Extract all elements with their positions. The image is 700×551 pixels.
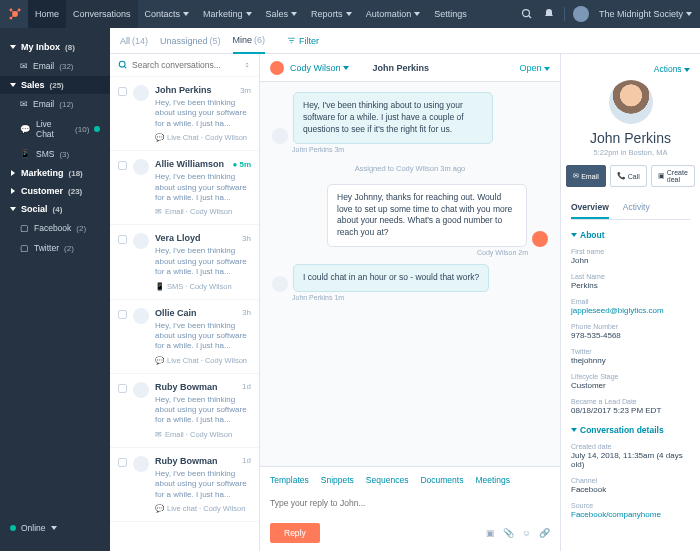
emoji-icon[interactable]: ☺ [522, 528, 531, 538]
system-message: Assigned to Cody Wilson 3m ago [272, 164, 548, 173]
chat-icon: 💬 [155, 356, 164, 365]
conversation-item[interactable]: Vera Lloyd3h Hey, I've been thinking abo… [110, 225, 259, 299]
conv-time: ● 5m [232, 160, 251, 169]
select-checkbox[interactable] [118, 87, 127, 96]
conv-source: ✉Email · Cody Wilson [155, 430, 251, 439]
select-checkbox[interactable] [118, 458, 127, 467]
online-status[interactable]: Online [0, 515, 110, 541]
assignee-dropdown[interactable]: Cody Wilson [290, 63, 349, 73]
nav-home[interactable]: Home [28, 0, 66, 28]
svg-point-12 [119, 61, 125, 67]
select-checkbox[interactable] [118, 310, 127, 319]
sidebar-sales[interactable]: Sales(25) [0, 76, 110, 94]
sidebar-sales-sms[interactable]: 📱SMS(3) [0, 144, 110, 164]
tab-unassigned[interactable]: Unassigned(5) [160, 28, 221, 54]
conversation-item[interactable]: John Perkins3m Hey, I've been thinking a… [110, 77, 259, 151]
message-bubble: Hey, I've been thinking about to using y… [293, 92, 493, 144]
conv-time: 1d [242, 456, 251, 465]
detail-contact-name: John Perkins [571, 130, 690, 146]
sort-icon[interactable] [243, 61, 251, 69]
conversation-item[interactable]: Allie Williamson● 5m Hey, I've been thin… [110, 151, 259, 225]
search-conversations[interactable] [110, 54, 259, 77]
conversation-list: John Perkins3m Hey, I've been thinking a… [110, 54, 260, 551]
actions-dropdown[interactable]: Actions [654, 64, 690, 74]
link-icon[interactable]: 🔗 [539, 528, 550, 538]
message-meta: John Perkins 1m [292, 294, 548, 301]
account-switcher[interactable]: The Midnight Society [597, 0, 692, 28]
call-button[interactable]: 📞 Call [610, 165, 647, 187]
sidebar-social-fb[interactable]: ▢Facebook(2) [0, 218, 110, 238]
status-dropdown[interactable]: Open [519, 63, 550, 73]
conv-details-toggle[interactable]: Conversation details [571, 425, 690, 435]
nav-settings[interactable]: Settings [427, 0, 474, 28]
sidebar-customer[interactable]: Customer(23) [0, 182, 110, 200]
sidebar-social-tw[interactable]: ▢Twitter(2) [0, 238, 110, 258]
create-deal-button[interactable]: ▣ Create deal [651, 165, 695, 187]
select-checkbox[interactable] [118, 384, 127, 393]
conv-source: 💬Live Chat · Cody Wilson [155, 133, 251, 142]
reply-snippets[interactable]: Snippets [321, 475, 354, 485]
conv-time: 3h [242, 308, 251, 317]
search-input[interactable] [132, 60, 239, 70]
reply-button[interactable]: Reply [270, 523, 320, 543]
conv-snippet: Hey, I've been thinking about using your… [155, 98, 251, 129]
conv-name: Vera Lloyd [155, 233, 201, 243]
email-button[interactable]: ✉ Email [566, 165, 606, 187]
message-bubble: I could chat in an hour or so - would th… [293, 264, 489, 292]
detail-tab-overview[interactable]: Overview [571, 197, 609, 219]
conv-name: John Perkins [155, 85, 212, 95]
insert-image-icon[interactable]: ▣ [486, 528, 495, 538]
filter-button[interactable]: Filter [287, 36, 319, 46]
search-icon[interactable] [520, 7, 534, 21]
conv-name: Ollie Cain [155, 308, 197, 318]
conv-time: 3m [240, 86, 251, 95]
conv-snippet: Hey, I've been thinking about using your… [155, 469, 251, 500]
nav-sales[interactable]: Sales [259, 0, 305, 28]
nav-conversations[interactable]: Conversations [66, 0, 138, 28]
user-avatar[interactable] [573, 6, 589, 22]
top-nav: Home Conversations Contacts Marketing Sa… [0, 0, 700, 28]
reply-sequences[interactable]: Sequences [366, 475, 409, 485]
nav-contacts[interactable]: Contacts [138, 0, 197, 28]
tab-mine[interactable]: Mine(6) [233, 28, 266, 54]
detail-panel: Actions John Perkins 5:22pm in Boston, M… [560, 54, 700, 551]
reply-templates[interactable]: Templates [270, 475, 309, 485]
sidebar-sales-email[interactable]: ✉Email(12) [0, 94, 110, 114]
nav-marketing[interactable]: Marketing [196, 0, 259, 28]
nav-reports[interactable]: Reports [304, 0, 359, 28]
conv-name: Ruby Bowman [155, 382, 218, 392]
attach-icon[interactable]: 📎 [503, 528, 514, 538]
email-icon: ✉ [155, 430, 162, 439]
select-checkbox[interactable] [118, 235, 127, 244]
sidebar-inbox-email[interactable]: ✉Email(32) [0, 56, 110, 76]
chat-icon: 💬 [155, 504, 164, 513]
contact-avatar [133, 233, 149, 249]
sidebar-marketing[interactable]: Marketing(18) [0, 164, 110, 182]
tab-all[interactable]: All(14) [120, 28, 148, 54]
about-section-toggle[interactable]: About [571, 230, 690, 240]
reply-box: Templates Snippets Sequences Documents M… [260, 466, 560, 551]
conv-time: 3h [242, 234, 251, 243]
message-list: Hey, I've been thinking about to using y… [260, 82, 560, 466]
conv-snippet: Hey, I've been thinking about using your… [155, 172, 251, 203]
hubspot-logo [8, 7, 22, 21]
detail-tab-activity[interactable]: Activity [623, 197, 650, 219]
nav-automation[interactable]: Automation [359, 0, 428, 28]
reply-meetings[interactable]: Meetings [475, 475, 510, 485]
reply-input[interactable] [270, 491, 550, 515]
thread-panel: Cody Wilson John Perkins Open Hey, I've … [260, 54, 560, 551]
sidebar-inbox[interactable]: My Inbox(8) [0, 38, 110, 56]
sender-avatar [532, 231, 548, 247]
reply-documents[interactable]: Documents [420, 475, 463, 485]
conversation-item[interactable]: Ollie Cain3h Hey, I've been thinking abo… [110, 300, 259, 374]
sidebar-sales-chat[interactable]: 💬Live Chat(10) [0, 114, 110, 144]
conversation-item[interactable]: Ruby Bowman1d Hey, I've been thinking ab… [110, 448, 259, 522]
bell-icon[interactable] [542, 7, 556, 21]
sidebar-social[interactable]: Social(4) [0, 200, 110, 218]
conv-snippet: Hey, I've been thinking about using your… [155, 395, 251, 426]
select-checkbox[interactable] [118, 161, 127, 170]
conversation-item[interactable]: Ruby Bowman1d Hey, I've been thinking ab… [110, 374, 259, 448]
conv-snippet: Hey, I've been thinking about using your… [155, 321, 251, 352]
conv-source: 💬Live Chat · Cody Wilson [155, 356, 251, 365]
conv-time: 1d [242, 382, 251, 391]
